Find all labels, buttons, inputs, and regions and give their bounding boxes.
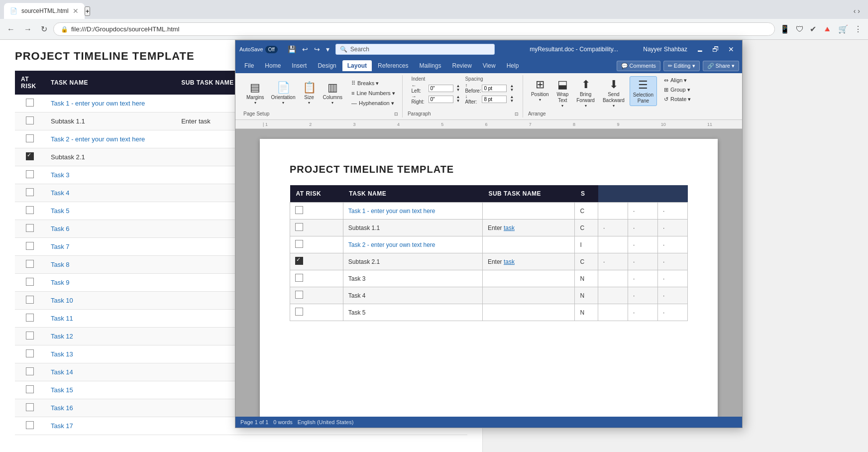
spacing-after-input[interactable] (482, 96, 507, 103)
extension-btn-2[interactable]: 🛡 (794, 23, 806, 36)
tab-layout[interactable]: Layout (342, 60, 372, 71)
paragraph-launcher[interactable]: ⊡ (515, 112, 519, 116)
word-checkbox-cell[interactable] (290, 287, 343, 304)
minimize-button[interactable]: 🗕 (692, 44, 707, 54)
checkbox-cell[interactable] (15, 310, 45, 328)
line-numbers-button[interactable]: ≡ Line Numbers ▾ (348, 89, 398, 98)
arrange-items: ⊞ Position ▾ ⬓ Wrap Text ▾ ⬆ Bring (528, 76, 694, 110)
redo-icon[interactable]: ↪ (312, 44, 322, 54)
checkbox-cell[interactable] (15, 256, 45, 274)
orientation-button[interactable]: 📄 Orientation ▾ (268, 79, 299, 107)
bring-forward-button[interactable]: ⬆ Bring Forward ▾ (573, 76, 598, 110)
checkbox-cell[interactable] (15, 166, 45, 184)
hyphenation-button[interactable]: — Hyphenation ▾ (348, 99, 398, 108)
group-button[interactable]: ⊞ Group ▾ (661, 86, 694, 94)
word-doc-area[interactable]: PROJECT TIMELINE TEMPLATE AT RISK TASK N… (235, 129, 742, 417)
tab-view[interactable]: View (478, 60, 501, 71)
tab-mailings[interactable]: Mailings (414, 60, 446, 71)
browser-tab-active[interactable]: 📄 sourceHTML.html ✕ (4, 3, 85, 19)
selection-pane-button[interactable]: ☰ Selection Pane (630, 76, 657, 106)
extension-btn-1[interactable]: 📱 (778, 22, 792, 36)
undo-icon[interactable]: ↩ (300, 44, 310, 54)
position-icon: ⊞ (536, 78, 544, 91)
send-backward-button[interactable]: ⬇ Send Backward ▾ (600, 76, 628, 110)
more-options-button[interactable]: ⋮ (852, 22, 864, 36)
columns-button[interactable]: ▥ Columns ▾ (320, 79, 345, 107)
checkbox-cell[interactable] (15, 363, 45, 381)
word-page: PROJECT TIMELINE TEMPLATE AT RISK TASK N… (260, 139, 718, 417)
task-name: Task 11 (45, 310, 175, 328)
checkbox-cell[interactable] (15, 399, 45, 417)
tab-close-button[interactable]: ✕ (73, 7, 79, 15)
address-bar[interactable]: 🔒 file:///D:/Groupdocs/sourceHTML.html (53, 22, 775, 36)
checkbox-cell[interactable] (15, 113, 45, 130)
position-button[interactable]: ⊞ Position ▾ (528, 76, 552, 104)
new-tab-button[interactable]: + (85, 6, 91, 16)
extension-btn-4[interactable]: 🔺 (820, 22, 834, 36)
customize-icon[interactable]: ▾ (324, 44, 331, 54)
margins-button[interactable]: ▤ Margins ▾ (243, 79, 267, 107)
word-checkbox-cell[interactable] (290, 220, 343, 236)
refresh-button[interactable]: ↻ (38, 22, 50, 36)
indent-right-down[interactable]: ▼ (455, 99, 461, 103)
tab-help[interactable]: Help (502, 60, 524, 71)
tab-review[interactable]: Review (447, 60, 476, 71)
save-icon[interactable]: 💾 (286, 44, 298, 54)
tab-insert[interactable]: Insert (287, 60, 312, 71)
extension-btn-3[interactable]: ✔ (808, 22, 818, 36)
tab-nav-left[interactable]: ‹ (854, 7, 856, 15)
checkbox-cell[interactable] (15, 328, 45, 345)
tab-references[interactable]: References (373, 60, 413, 71)
tab-home[interactable]: Home (260, 60, 286, 71)
checkbox-cell[interactable] (15, 274, 45, 292)
indent-left-spinner: ▲ ▼ (455, 84, 461, 92)
wrap-text-button[interactable]: ⬓ Wrap Text ▾ (554, 76, 572, 110)
share-button[interactable]: 🔗 Share ▾ (703, 61, 739, 71)
tab-design[interactable]: Design (313, 60, 341, 71)
close-button[interactable]: ✕ (724, 44, 738, 54)
page-setup-footer: Page Setup ⊡ (243, 110, 398, 116)
extension-btn-5[interactable]: 🛒 (836, 22, 850, 36)
spacing-after-row: ↓ After: ▲ ▼ (465, 94, 515, 105)
checkbox-cell[interactable] (15, 417, 45, 435)
checkbox-cell[interactable] (15, 184, 45, 202)
word-checkbox-cell[interactable] (290, 253, 343, 270)
language: English (United States) (298, 419, 354, 425)
size-button[interactable]: 📋 Size ▾ (300, 79, 319, 107)
columns-label: Columns (323, 95, 342, 100)
restore-button[interactable]: 🗗 (708, 44, 723, 54)
page-setup-launcher[interactable]: ⊡ (394, 112, 398, 116)
autosave-toggle[interactable]: Off (265, 46, 278, 53)
spacing-before-down[interactable]: ▼ (509, 88, 515, 92)
back-button[interactable]: ← (4, 23, 18, 36)
checkbox-cell[interactable] (15, 202, 45, 220)
rotate-button[interactable]: ↺ Rotate ▾ (661, 95, 694, 104)
checkbox-cell[interactable] (15, 148, 45, 166)
word-cell-c4 (598, 304, 628, 321)
align-button[interactable]: ⇔ Align ▾ (661, 76, 694, 85)
comments-button[interactable]: 💬 Comments (617, 61, 660, 71)
indent-right-input[interactable] (429, 96, 453, 103)
editing-button[interactable]: ✏ Editing ▾ (663, 61, 700, 71)
tab-file[interactable]: File (239, 60, 259, 71)
word-checkbox-cell[interactable] (290, 270, 343, 287)
word-checkbox-cell[interactable] (290, 304, 343, 321)
checkbox-cell[interactable] (15, 130, 45, 148)
checkbox-cell[interactable] (15, 345, 45, 363)
checkbox-cell[interactable] (15, 292, 45, 310)
indent-left-down[interactable]: ▼ (455, 88, 461, 92)
forward-button[interactable]: → (21, 23, 35, 36)
checkbox-cell[interactable] (15, 381, 45, 399)
spacing-before-input[interactable] (482, 85, 507, 92)
word-search-bar[interactable]: 🔍 Search (335, 44, 495, 55)
breaks-button[interactable]: ⠿ Breaks ▾ (348, 79, 398, 88)
word-table-row: Subtask 2.1Enter taskC··· (290, 253, 688, 270)
checkbox-cell[interactable] (15, 220, 45, 238)
indent-left-input[interactable] (429, 85, 453, 92)
spacing-after-down[interactable]: ▼ (509, 99, 515, 103)
checkbox-cell[interactable] (15, 238, 45, 256)
word-checkbox-cell[interactable] (290, 203, 343, 220)
tab-nav-right[interactable]: › (858, 7, 860, 15)
checkbox-cell[interactable] (15, 95, 45, 113)
word-checkbox-cell[interactable] (290, 236, 343, 253)
